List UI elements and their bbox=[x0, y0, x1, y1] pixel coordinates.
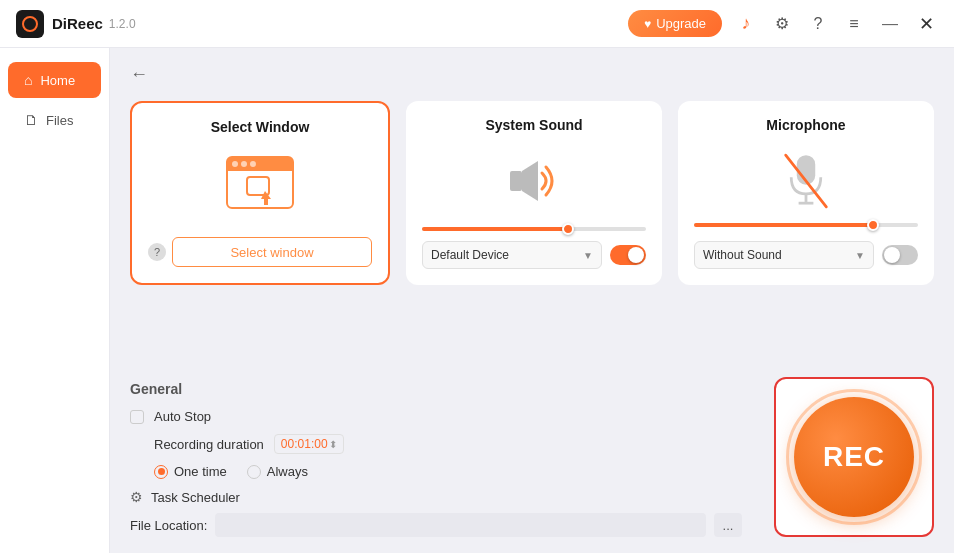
settings-icon[interactable]: ⚙ bbox=[770, 12, 794, 36]
title-bar: DiReec 1.2.0 ♥ Upgrade ♪ ⚙ ? ≡ — ✕ bbox=[0, 0, 954, 48]
minimize-button[interactable]: — bbox=[878, 12, 902, 36]
svg-marker-8 bbox=[522, 161, 538, 201]
file-path-bar bbox=[215, 513, 706, 537]
help-circle-icon[interactable]: ? bbox=[148, 243, 166, 261]
microphone-footer: Without Sound ▼ bbox=[694, 241, 918, 269]
rec-panel: REC bbox=[774, 377, 934, 537]
heart-icon: ♥ bbox=[644, 17, 651, 31]
file-location-label: File Location: bbox=[130, 518, 207, 533]
microphone-title: Microphone bbox=[694, 117, 918, 133]
auto-stop-row: Auto Stop bbox=[130, 409, 742, 424]
mic-toggle-knob bbox=[884, 247, 900, 263]
svg-point-3 bbox=[232, 161, 238, 167]
sound-icon bbox=[502, 149, 566, 213]
card-bottom: ? Select window bbox=[148, 237, 372, 267]
logo-circle bbox=[22, 16, 38, 32]
always-label: Always bbox=[267, 464, 308, 479]
file-location-row: File Location: ... bbox=[130, 513, 742, 537]
chevron-down-icon: ▼ bbox=[583, 250, 593, 261]
duration-stepper-icon[interactable]: ⬍ bbox=[329, 439, 337, 450]
always-option[interactable]: Always bbox=[247, 464, 308, 479]
recording-duration-label: Recording duration bbox=[154, 437, 264, 452]
always-radio[interactable] bbox=[247, 465, 261, 479]
microphone-toggle[interactable] bbox=[882, 245, 918, 265]
more-button[interactable]: ... bbox=[714, 513, 742, 537]
microphone-device-select[interactable]: Without Sound ▼ bbox=[694, 241, 874, 269]
app-version: 1.2.0 bbox=[109, 17, 136, 31]
general-section: General Auto Stop Recording duration 00:… bbox=[130, 381, 742, 537]
app-logo bbox=[16, 10, 44, 38]
recording-duration-row: Recording duration 00:01:00 ⬍ bbox=[130, 434, 742, 454]
home-icon: ⌂ bbox=[24, 72, 32, 88]
menu-icon[interactable]: ≡ bbox=[842, 12, 866, 36]
rec-button[interactable]: REC bbox=[794, 397, 914, 517]
mic-volume-slider-track bbox=[694, 223, 918, 227]
sidebar-files-label: Files bbox=[46, 113, 73, 128]
main-layout: ⌂ Home 🗋 Files ← Select Window bbox=[0, 48, 954, 553]
duration-input[interactable]: 00:01:00 ⬍ bbox=[274, 434, 344, 454]
duration-value: 00:01:00 bbox=[281, 437, 328, 451]
mic-volume-slider-fill bbox=[694, 223, 873, 227]
svg-point-4 bbox=[241, 161, 247, 167]
select-window-card: Select Window ? bbox=[130, 101, 390, 285]
system-sound-toggle[interactable] bbox=[610, 245, 646, 265]
back-button[interactable]: ← bbox=[130, 64, 934, 85]
auto-stop-checkbox[interactable] bbox=[130, 410, 144, 424]
one-time-radio[interactable] bbox=[154, 465, 168, 479]
device-label: Default Device bbox=[431, 248, 509, 262]
auto-stop-label: Auto Stop bbox=[154, 409, 211, 424]
toggle-knob bbox=[628, 247, 644, 263]
mic-svg bbox=[782, 149, 830, 213]
sidebar-home-label: Home bbox=[40, 73, 75, 88]
svg-rect-7 bbox=[510, 171, 522, 191]
close-button[interactable]: ✕ bbox=[914, 12, 938, 36]
repeat-options: One time Always bbox=[154, 464, 742, 479]
help-icon[interactable]: ? bbox=[806, 12, 830, 36]
system-sound-title: System Sound bbox=[422, 117, 646, 133]
general-title: General bbox=[130, 381, 742, 397]
system-sound-device-select[interactable]: Default Device ▼ bbox=[422, 241, 602, 269]
system-sound-card: System Sound Default Device bbox=[406, 101, 662, 285]
mic-volume-slider-thumb[interactable] bbox=[867, 219, 879, 231]
svg-point-5 bbox=[250, 161, 256, 167]
volume-slider-track bbox=[422, 227, 646, 231]
one-time-label: One time bbox=[174, 464, 227, 479]
upgrade-label: Upgrade bbox=[656, 16, 706, 31]
volume-slider-thumb[interactable] bbox=[562, 223, 574, 235]
bottom-row: General Auto Stop Recording duration 00:… bbox=[130, 301, 934, 537]
sound-svg bbox=[506, 157, 562, 205]
title-bar-actions: ♥ Upgrade ♪ ⚙ ? ≡ — ✕ bbox=[628, 10, 938, 37]
back-icon: ← bbox=[130, 64, 148, 85]
mic-chevron-down-icon: ▼ bbox=[855, 250, 865, 261]
content-area: ← Select Window bbox=[110, 48, 954, 553]
left-settings: General Auto Stop Recording duration 00:… bbox=[130, 381, 742, 537]
app-name: DiReec bbox=[52, 15, 103, 32]
volume-slider-fill bbox=[422, 227, 568, 231]
window-icon bbox=[225, 155, 295, 214]
sidebar-item-home[interactable]: ⌂ Home bbox=[8, 62, 101, 98]
microphone-icon bbox=[782, 149, 830, 213]
cards-row: Select Window ? bbox=[130, 101, 934, 285]
one-time-option[interactable]: One time bbox=[154, 464, 227, 479]
microphone-card: Microphone bbox=[678, 101, 934, 285]
select-window-title: Select Window bbox=[148, 119, 372, 135]
system-sound-footer: Default Device ▼ bbox=[422, 241, 646, 269]
task-scheduler-icon: ⚙ bbox=[130, 489, 143, 505]
sidebar: ⌂ Home 🗋 Files bbox=[0, 48, 110, 553]
files-icon: 🗋 bbox=[24, 112, 38, 128]
upgrade-button[interactable]: ♥ Upgrade bbox=[628, 10, 722, 37]
tone-icon[interactable]: ♪ bbox=[734, 12, 758, 36]
mic-device-label: Without Sound bbox=[703, 248, 782, 262]
task-scheduler-row[interactable]: ⚙ Task Scheduler bbox=[130, 489, 742, 505]
task-scheduler-label: Task Scheduler bbox=[151, 490, 240, 505]
sidebar-item-files[interactable]: 🗋 Files bbox=[8, 102, 101, 138]
window-svg bbox=[225, 155, 295, 210]
select-window-button[interactable]: Select window bbox=[172, 237, 372, 267]
rec-label: REC bbox=[823, 441, 885, 473]
